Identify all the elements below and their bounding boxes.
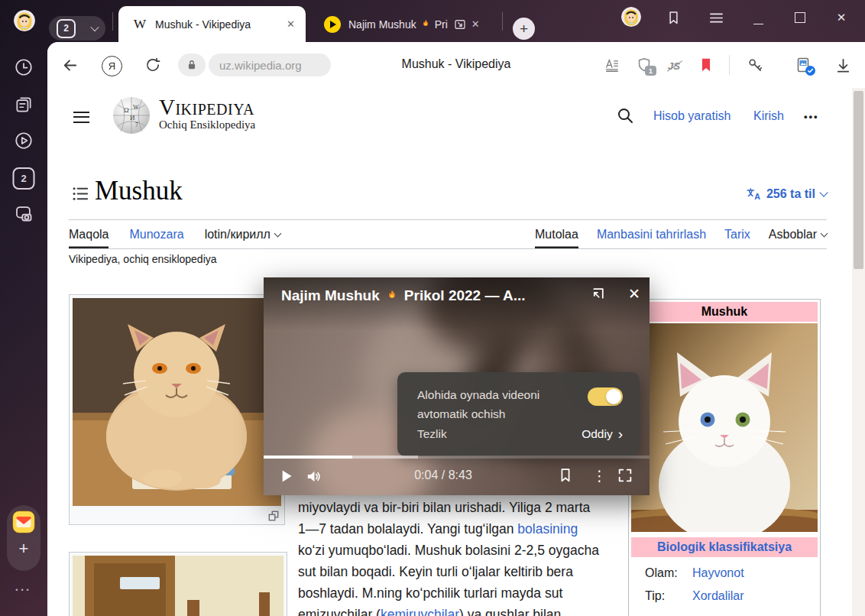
infobox: Mushuk [628,299,821,616]
add-app-button[interactable]: + [7,539,40,559]
bookmark-added-icon[interactable] [698,57,714,73]
infobox-row-value[interactable]: Hayvonot [692,566,744,580]
refresh-icon[interactable] [144,57,161,73]
tabs-panel-icon[interactable]: 2 [13,167,35,190]
translate-page-icon[interactable] [795,57,813,75]
pip-video-title: Najim Mushuk Prikol 2022 — A... [281,287,526,304]
wiki-wordmark[interactable]: Vikipediya Ochiq Ensiklopediya [159,96,255,131]
login-link[interactable]: Kirish [753,109,784,123]
reader-mode-icon[interactable] [604,57,620,73]
svg-text:7: 7 [135,122,138,128]
maximize-button[interactable] [794,9,806,26]
speed-value: Oddiy [582,427,613,441]
wiki-brand-title: Vikipediya [159,96,255,118]
fullscreen-button[interactable] [617,467,633,484]
create-account-link[interactable]: Hisob yaratish [653,109,731,123]
pip-indicator-icon[interactable] [453,18,467,31]
video-bookmark-icon[interactable] [557,467,574,484]
wikipedia-logo[interactable]: Ω W И 7 [112,96,151,135]
screenshot-icon[interactable] [14,203,34,224]
article-link[interactable]: kemiruvchilar [381,607,459,616]
chevron-down-icon [90,23,99,31]
avatar-icon [621,7,641,27]
play-favicon [324,16,341,33]
speed-setting-row[interactable]: Tezlik Oddiy› [417,427,623,441]
translate-icon: A [746,187,761,201]
back-icon[interactable] [61,57,79,74]
media-play-icon[interactable] [14,131,34,151]
close-icon[interactable]: ✕ [287,18,295,30]
pip-video-player[interactable]: Najim Mushuk Prikol 2022 — A... ✕ Alohid… [264,277,650,495]
blocked-count-badge: 1 [645,66,656,76]
video-more-button[interactable]: ⋮ [592,468,607,484]
tab-edit-source[interactable]: Manbasini tahrirlash [597,220,706,248]
tab-title-rest: Pri [435,18,448,31]
enlarge-icon[interactable] [268,511,279,521]
shield-blocker-icon[interactable]: 1 [636,57,653,73]
sidebar-more-button[interactable]: ••• [0,586,47,594]
tab-title: Najim Mushuk [348,18,416,31]
tab-video[interactable]: Najim Mushuk Pri ✕ [312,6,499,42]
wiki-menu-icon[interactable] [73,108,89,126]
lock-icon [186,59,197,71]
paragraph-line: boshlaydi. M.ning koʻpchilik turlari may… [298,582,627,604]
infobox-row: Tip: Xordalilar [631,585,818,608]
chevron-down-icon [819,188,828,196]
paragraph-line: miyovlaydi va bir-biri bilan urishadi. Y… [298,497,627,518]
article-paragraph: miyovlaydi va bir-biri bilan urishadi. Y… [298,497,627,616]
minimize-button[interactable] [752,15,764,32]
tab-mutolaa[interactable]: Mutolaa [535,220,578,248]
toggle-knob [606,389,621,404]
article-image-tabby-cat[interactable] [69,552,287,616]
menu-icon[interactable] [708,9,724,26]
article-link[interactable]: bolasining [517,521,578,537]
close-icon[interactable]: ✕ [471,18,480,30]
tab-maqola[interactable]: Maqola [69,220,109,248]
close-window-button[interactable]: ✕ [834,9,848,26]
variant-selector[interactable]: lotin/кирилл [205,220,280,248]
play-button[interactable] [276,466,296,486]
new-tab-button[interactable]: + [513,18,535,40]
site-security-button[interactable] [178,53,206,76]
pip-restore-icon[interactable] [588,287,605,303]
tab-wikipedia[interactable]: W Mushuk - Vikipediya ✕ [118,6,306,42]
infobox-image-white-kitten[interactable] [631,323,818,532]
wiki-search-icon[interactable] [616,106,634,125]
password-key-icon[interactable] [747,57,764,74]
wiki-more-button[interactable]: ••• [804,111,819,122]
fire-icon [385,288,399,303]
article-image-cat-on-book[interactable] [69,294,285,525]
language-selector[interactable]: A 256 ta til [746,187,827,201]
paragraph-line: emizuvchilar (kemiruvchilar) va qushlar … [298,604,627,616]
tab-title: Mushuk - Vikipediya [155,18,280,31]
pinned-apps-group: + [7,505,40,571]
tab-counter[interactable]: 2 [49,16,105,41]
tab-history[interactable]: Tarix [724,220,750,248]
address-toolbar: Я uz.wikipedia.org Mushuk - Vikipediya 1 [47,42,865,88]
volume-icon[interactable] [305,468,322,485]
avatar-icon [14,10,35,31]
scrollbar-thumb[interactable] [854,91,863,269]
pages-icon[interactable] [14,95,34,115]
article-title: Mushuk [95,176,183,206]
pip-close-button[interactable]: ✕ [628,285,640,303]
video-progress-bar[interactable] [264,456,650,459]
scrollbar[interactable] [852,88,865,616]
infobox-row-label: Olam: [645,566,692,580]
wiki-brand-subtitle: Ochiq Ensiklopediya [159,118,255,131]
profile-avatar[interactable] [14,10,35,31]
svg-text:И: И [130,114,135,122]
js-blocked-icon[interactable]: JS [668,59,680,73]
yandex-mail-icon[interactable] [12,511,35,533]
auto-pip-toggle[interactable] [588,387,623,406]
infobox-row-value[interactable]: Xordalilar [692,589,744,603]
sync-avatar[interactable] [621,7,641,27]
browser-window: 2 W Mushuk - Vikipediya ✕ Najim Mushuk P… [0,0,865,616]
tools-menu[interactable]: Asboblar [769,220,827,248]
contents-icon[interactable] [72,185,89,203]
yandex-search-icon[interactable]: Я [102,56,122,76]
download-icon[interactable] [834,57,852,74]
tab-munozara[interactable]: Munozara [129,220,183,248]
history-icon[interactable] [14,57,34,77]
collections-flag-icon[interactable] [664,9,682,26]
